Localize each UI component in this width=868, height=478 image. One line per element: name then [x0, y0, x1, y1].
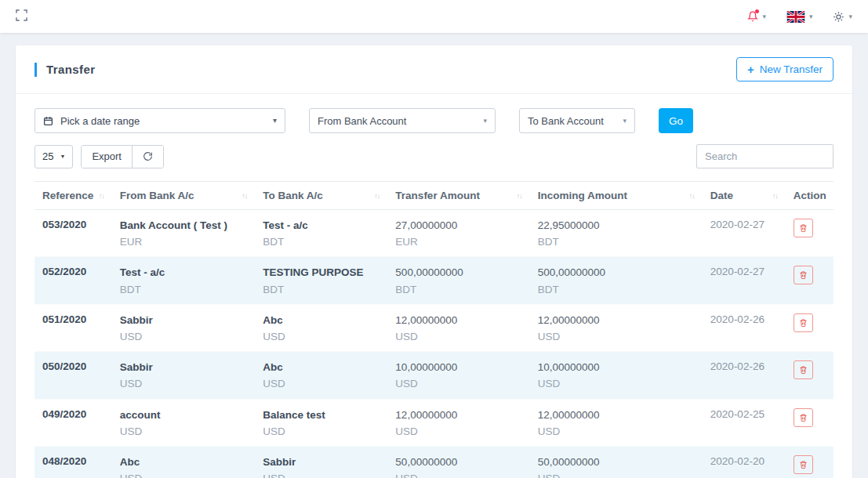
to-bank-name: Balance test: [263, 408, 380, 422]
cell-action: [786, 257, 833, 304]
delete-button[interactable]: [794, 455, 813, 474]
cell-date: 2020-02-27: [703, 257, 786, 304]
search-input[interactable]: [696, 144, 833, 168]
calendar-icon: [43, 116, 53, 126]
delete-button[interactable]: [794, 408, 813, 427]
cell-reference: 052/2020: [35, 257, 112, 304]
incoming-amount-currency: USD: [538, 473, 695, 478]
transfer-amount-value: 50,00000000: [395, 455, 521, 469]
cell-from-bank: Test - a/c BDT: [112, 257, 255, 304]
from-bank-name: Sabbir: [120, 313, 247, 328]
chevron-down-icon: ▾: [623, 118, 626, 125]
trash-icon: [799, 223, 808, 233]
refresh-button[interactable]: [132, 146, 163, 168]
cell-reference: 053/2020: [35, 210, 112, 257]
uk-flag-icon: [786, 11, 805, 23]
from-bank-currency: USD: [120, 331, 247, 343]
cell-incoming-amount: 500,00000000 BDT: [530, 257, 703, 304]
transfer-amount-currency: USD: [395, 473, 521, 478]
date-range-picker[interactable]: Pick a date range ▾: [35, 108, 285, 133]
page-title: Transfer: [46, 63, 95, 76]
from-bank-currency: USD: [120, 473, 247, 478]
header-reference[interactable]: ↑↓Reference: [35, 182, 112, 210]
table-row: 052/2020 Test - a/c BDT TESTING PURPOSE …: [35, 257, 833, 304]
cell-to-bank: Abc USD: [255, 352, 387, 399]
to-bank-label: To Bank Account: [528, 115, 604, 127]
page-size-select[interactable]: 25 ▼: [35, 145, 73, 168]
cell-incoming-amount: 10,00000000 USD: [530, 352, 703, 399]
notifications-menu[interactable]: ▾: [747, 11, 766, 22]
chevron-down-icon: ▼: [60, 154, 65, 159]
header-incoming-amount[interactable]: ↑↓Incoming Amount: [530, 182, 703, 210]
trash-icon: [799, 413, 808, 422]
cell-incoming-amount: 22,95000000 BDT: [530, 210, 703, 257]
gear-icon: [833, 11, 844, 23]
cell-transfer-amount: 500,00000000 BDT: [387, 257, 529, 304]
sort-icon[interactable]: ↑↓: [517, 192, 522, 200]
to-bank-currency: BDT: [263, 284, 380, 296]
cell-to-bank: Test - a/c BDT: [255, 210, 387, 257]
cell-reference: 048/2020: [35, 447, 112, 478]
export-button[interactable]: Export: [82, 146, 132, 168]
incoming-amount-value: 50,00000000: [538, 455, 695, 469]
sort-icon[interactable]: ↑↓: [689, 192, 695, 200]
cell-action: [786, 447, 833, 478]
fullscreen-icon[interactable]: [16, 9, 27, 21]
delete-button[interactable]: [794, 219, 813, 237]
incoming-amount-currency: BDT: [538, 284, 695, 296]
cell-date: 2020-02-26: [703, 352, 786, 399]
cell-reference: 051/2020: [35, 304, 112, 351]
delete-button[interactable]: [794, 266, 813, 284]
trash-icon: [799, 270, 808, 280]
header-to-bank[interactable]: ↑↓To Bank A/c: [255, 182, 387, 210]
cell-transfer-amount: 10,00000000 USD: [387, 352, 529, 399]
table-row: 049/2020 account USD Balance test USD 12…: [35, 399, 833, 446]
chevron-down-icon: ▾: [848, 13, 852, 20]
sort-icon[interactable]: ↑↓: [242, 192, 247, 200]
cell-transfer-amount: 27,00000000 EUR: [387, 210, 529, 257]
language-menu[interactable]: ▾: [786, 11, 813, 23]
from-bank-select[interactable]: From Bank Account ▾: [309, 108, 496, 133]
cell-date: 2020-02-25: [703, 399, 786, 446]
cell-action: [786, 399, 833, 446]
to-bank-name: Abc: [263, 313, 380, 328]
incoming-amount-value: 12,00000000: [538, 408, 695, 422]
to-bank-name: Sabbir: [263, 455, 380, 469]
cell-reference: 049/2020: [35, 399, 112, 446]
trash-icon: [799, 460, 808, 469]
cell-transfer-amount: 12,00000000 USD: [387, 399, 529, 446]
new-transfer-button[interactable]: + New Transfer: [736, 57, 833, 81]
header-date[interactable]: ↑↓Date: [703, 182, 786, 210]
trash-icon: [799, 318, 808, 328]
header-from-bank[interactable]: ↑↓From Bank A/c: [112, 182, 255, 210]
sort-icon[interactable]: ↑↓: [374, 192, 380, 200]
to-bank-currency: USD: [263, 331, 380, 343]
transfer-amount-value: 500,00000000: [395, 266, 521, 280]
header-transfer-amount[interactable]: ↑↓Transfer Amount: [387, 182, 529, 210]
cell-to-bank: Sabbir USD: [255, 447, 387, 478]
incoming-amount-value: 500,00000000: [538, 266, 695, 280]
table-row: 050/2020 Sabbir USD Abc USD 10,00000000: [35, 352, 833, 399]
incoming-amount-value: 10,00000000: [538, 360, 695, 375]
to-bank-name: Abc: [263, 360, 380, 375]
go-button[interactable]: Go: [659, 108, 693, 133]
chevron-down-icon: ▾: [762, 13, 766, 20]
incoming-amount-value: 22,95000000: [538, 219, 695, 233]
from-bank-currency: BDT: [120, 284, 247, 296]
cell-from-bank: Bank Account ( Test ) EUR: [112, 210, 255, 257]
header-action: Action: [786, 182, 833, 210]
table-row: 048/2020 Abc USD Sabbir USD 50,00000000: [35, 447, 833, 478]
table-row: 053/2020 Bank Account ( Test ) EUR Test …: [35, 210, 833, 257]
from-bank-name: Abc: [120, 455, 247, 469]
incoming-amount-currency: BDT: [538, 236, 695, 248]
cell-transfer-amount: 50,00000000 USD: [387, 447, 529, 478]
sort-icon[interactable]: ↑↓: [772, 192, 778, 200]
delete-button[interactable]: [794, 313, 813, 332]
sort-icon[interactable]: ↑↓: [99, 192, 104, 200]
settings-menu[interactable]: ▾: [833, 11, 852, 23]
delete-button[interactable]: [794, 360, 813, 379]
transfer-amount-currency: USD: [395, 425, 521, 438]
to-bank-currency: USD: [263, 473, 380, 478]
transfer-amount-value: 12,00000000: [395, 313, 521, 328]
to-bank-select[interactable]: To Bank Account ▾: [519, 108, 635, 133]
